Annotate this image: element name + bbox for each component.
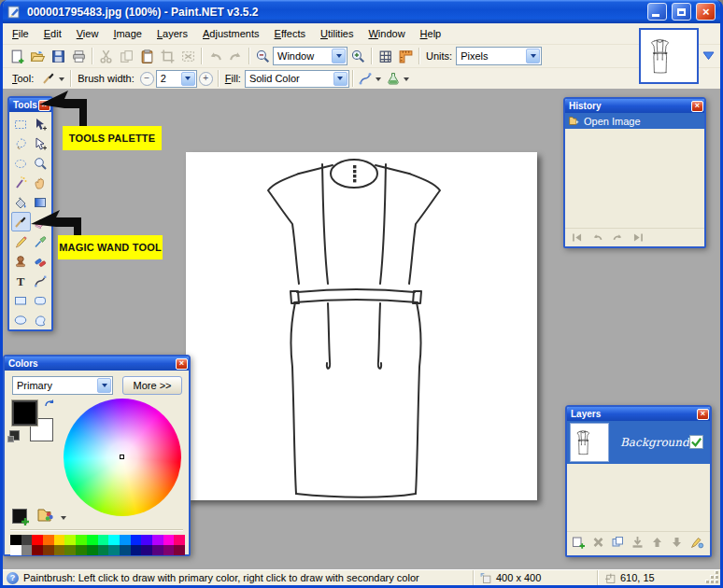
antialias-button[interactable] [384,69,412,88]
tool-zoom[interactable] [31,153,50,173]
palette-swatch[interactable] [141,535,152,545]
palette-swatch[interactable] [174,535,185,545]
curve-style-button[interactable] [356,69,384,88]
resize-grip[interactable] [707,570,720,585]
tool-rectangle[interactable] [11,290,31,310]
menu-adjustments[interactable]: Adjustments [195,25,267,42]
palette-swatch[interactable] [163,545,175,555]
canvas[interactable] [186,152,537,500]
current-tool-button[interactable] [37,69,67,88]
brush-width-decrease-button[interactable]: − [140,72,154,86]
color-wheel[interactable] [64,399,181,516]
tool-color-picker[interactable] [31,231,50,251]
tool-move-selection[interactable] [31,133,50,153]
move-layer-down-button[interactable] [669,535,685,550]
tool-paint-bucket[interactable] [11,192,31,212]
palette-swatch[interactable] [174,545,185,555]
tool-pan[interactable] [31,173,50,192]
print-button[interactable] [68,47,89,65]
palette-swatch[interactable] [152,535,163,545]
palette-swatch[interactable] [108,535,120,545]
close-button[interactable]: × [696,3,716,21]
duplicate-layer-button[interactable] [610,535,626,550]
history-close-button[interactable]: × [691,101,703,112]
palette-swatch[interactable] [141,545,152,555]
cut-button[interactable] [95,47,116,65]
palette-swatch[interactable] [64,545,76,555]
palette-swatch[interactable] [32,545,43,555]
more-button[interactable]: More >> [122,376,182,395]
menu-layers[interactable]: Layers [149,25,195,42]
menu-view[interactable]: View [69,25,106,42]
palette-swatch[interactable] [120,545,131,555]
brush-width-increase-button[interactable]: + [199,72,213,86]
menu-edit[interactable]: Edit [36,25,69,42]
deselect-button[interactable] [177,47,198,65]
menu-file[interactable]: File [5,25,36,42]
save-button[interactable] [48,47,68,65]
secondary-mini-indicator[interactable] [9,430,20,441]
menu-effects[interactable]: Effects [267,25,313,42]
open-button[interactable] [27,47,48,65]
tool-move-selected-pixels[interactable] [31,114,50,133]
redo-button[interactable] [225,47,246,65]
history-fast-forward-button[interactable] [631,231,645,244]
tool-line-curve[interactable] [31,271,50,290]
maximize-button[interactable] [672,3,691,21]
tool-paintbrush[interactable] [11,212,31,231]
palette-swatch[interactable] [64,535,76,545]
merge-down-button[interactable] [630,535,645,550]
palette-swatch[interactable] [98,535,109,545]
menu-help[interactable]: Help [413,25,449,42]
palette-swatch[interactable] [98,545,109,555]
layers-close-button[interactable]: × [697,409,709,420]
palette-swatch[interactable] [76,545,87,555]
chevron-down-icon[interactable] [61,516,66,523]
tool-rounded-rectangle[interactable] [31,290,50,310]
palette-menu-button[interactable] [36,507,54,523]
palette-swatch[interactable] [120,535,131,545]
palette-swatch[interactable] [54,545,65,555]
units-combo[interactable]: Pixels [456,47,542,65]
primary-color-swatch[interactable] [12,400,37,426]
palette-swatch[interactable] [21,535,33,545]
zoom-out-button[interactable] [252,47,273,65]
tool-ellipse[interactable] [11,310,31,329]
palette-swatch[interactable] [87,545,98,555]
palette-swatch[interactable] [21,545,33,555]
palette-swatch[interactable] [76,535,87,545]
color-mode-combo[interactable]: Primary [12,376,113,395]
palette-swatch[interactable] [32,535,43,545]
tool-freeform-shape[interactable] [31,310,50,329]
crop-button[interactable] [157,47,177,65]
tool-gradient[interactable] [31,192,50,212]
undo-button[interactable] [205,47,225,65]
palette-swatch[interactable] [43,545,54,555]
menu-utilities[interactable]: Utilities [313,25,361,42]
palette-swatch[interactable] [108,545,120,555]
layer-visible-checkbox[interactable] [689,435,703,449]
palette-swatch[interactable] [87,535,98,545]
history-item-open-image[interactable]: Open Image [565,113,704,129]
palette-swatch[interactable] [54,535,65,545]
add-layer-button[interactable] [571,535,587,550]
paste-button[interactable] [136,47,157,65]
tool-ellipse-select[interactable] [11,153,31,173]
tool-lasso-select[interactable] [11,133,31,153]
tool-eraser[interactable] [31,212,50,231]
fill-combo[interactable]: Solid Color [245,70,349,88]
tool-recolor[interactable] [31,251,50,271]
zoom-in-button[interactable] [347,47,368,65]
palette-swatch[interactable] [163,535,175,545]
image-thumbnail[interactable] [639,28,699,84]
menu-window[interactable]: Window [361,25,412,42]
copy-button[interactable] [116,47,136,65]
history-redo-button[interactable] [611,231,625,244]
palette-swatch[interactable] [10,545,21,555]
minimize-button[interactable] [647,3,667,21]
move-layer-up-button[interactable] [649,535,665,550]
tool-magic-wand[interactable] [11,173,31,192]
tool-pencil[interactable] [11,231,31,251]
tool-clone-stamp[interactable] [11,251,31,271]
tool-text[interactable]: T [11,271,31,290]
